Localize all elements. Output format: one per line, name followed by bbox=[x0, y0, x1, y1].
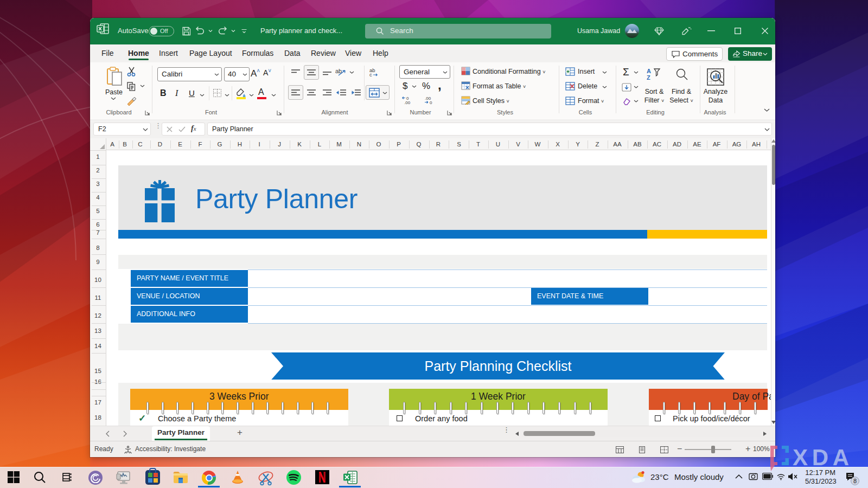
svg-text:0: 0 bbox=[430, 100, 432, 105]
svg-text:.00: .00 bbox=[404, 100, 411, 105]
svg-text:c: c bbox=[369, 72, 372, 78]
svg-text:XDA: XDA bbox=[793, 445, 849, 470]
svg-text:A: A bbox=[647, 68, 651, 74]
svg-text:Z: Z bbox=[647, 74, 650, 81]
